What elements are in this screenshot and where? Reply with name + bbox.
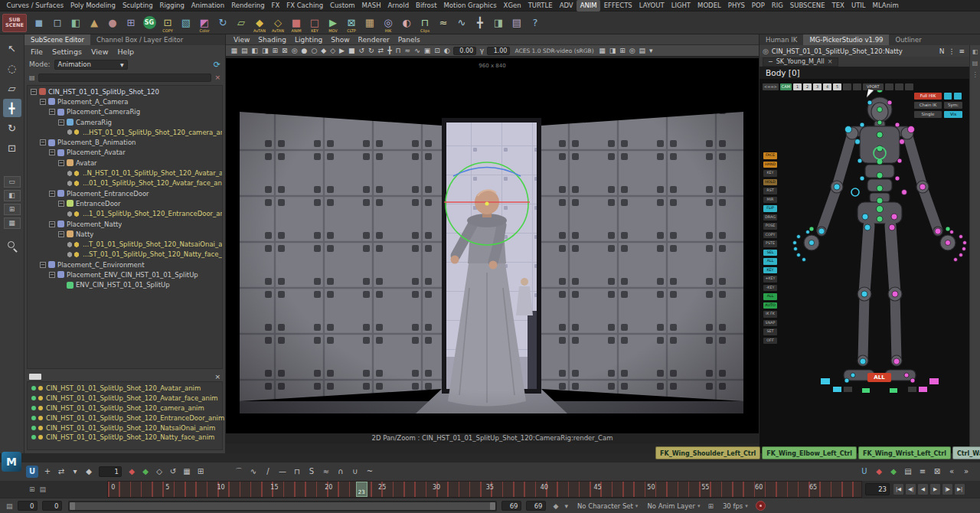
tool-icon[interactable]: ╋ xyxy=(3,99,21,117)
viewport-toolbar-icon[interactable]: ⊡ xyxy=(433,45,443,56)
menubar-item[interactable]: MLAnim xyxy=(869,0,902,11)
search-input[interactable] xyxy=(38,74,212,82)
picker-top-button[interactable]: <==> xyxy=(763,83,779,90)
viewport-menu-item[interactable]: Panels xyxy=(398,36,420,44)
picker-node[interactable] xyxy=(860,123,864,127)
shelf-icon[interactable]: ■ ANIM xyxy=(287,13,305,33)
tree-expander[interactable]: − xyxy=(40,99,46,105)
panel-toggle-icon[interactable]: ▤ xyxy=(972,60,978,67)
tree-row[interactable]: − CameraRig xyxy=(28,117,222,127)
panel-toggle-icon[interactable]: ⋮ xyxy=(972,71,978,78)
picker-node[interactable] xyxy=(897,158,902,163)
panel-menu-item[interactable]: Help xyxy=(117,47,134,56)
picker-node[interactable] xyxy=(877,216,883,222)
chain-ik-button[interactable]: Chain IK xyxy=(914,102,942,109)
viewport-toolbar-icon[interactable]: ▾ xyxy=(648,45,655,56)
viewport-toolbar-icon[interactable]: ▦ xyxy=(229,45,240,56)
list-filter-box[interactable] xyxy=(29,374,41,380)
shelf-icon[interactable]: ⊠ CLTP xyxy=(342,13,361,33)
picker-side-button[interactable]: HAND xyxy=(763,162,777,168)
menubar-item[interactable]: TURTLE xyxy=(524,0,556,11)
picker-top-button[interactable]: 2 xyxy=(803,83,812,90)
viewport-toolbar-icon[interactable]: ▶ xyxy=(338,45,347,56)
shelf-icon[interactable]: ∿ xyxy=(452,13,471,33)
viewport-toolbar-icon[interactable]: ○ xyxy=(309,45,319,56)
refresh-icon[interactable]: ⟳ xyxy=(214,60,220,70)
picker-node[interactable] xyxy=(877,107,883,113)
panel-menu-item[interactable]: View xyxy=(91,47,109,56)
menubar-item[interactable]: Arnold xyxy=(384,0,413,11)
anim-tool-icon[interactable]: ◆ xyxy=(83,466,95,478)
u-plugin-icon[interactable]: U xyxy=(26,466,38,478)
viewport-toolbar-icon[interactable]: ◧ xyxy=(250,45,260,56)
picker-top-button[interactable] xyxy=(895,83,903,90)
picker-node[interactable] xyxy=(845,126,852,133)
viewport-toolbar-icon[interactable]: ⊞ xyxy=(618,45,628,56)
tree-row[interactable]: − Avatar xyxy=(28,158,222,168)
shelf-icon[interactable]: ◩ Color xyxy=(195,13,214,33)
timeline-option-icon[interactable]: ▤ xyxy=(40,485,47,493)
menubar-item[interactable]: Sculpting xyxy=(119,0,156,11)
anim-option-icon[interactable]: ◆ xyxy=(873,466,885,478)
layout-preset-button[interactable]: ◧ xyxy=(4,190,21,201)
shelf-icon[interactable]: ▦ xyxy=(361,13,379,33)
panel-tab[interactable]: Outliner xyxy=(889,34,927,45)
anim-list-item[interactable]: CIN_HST_01_01_SplitUp_Shot_120_Avatar_fa… xyxy=(28,394,222,404)
shelf-icon[interactable]: ◻ xyxy=(48,13,67,33)
tool-icon[interactable]: ↻ xyxy=(3,119,21,137)
picker-node[interactable] xyxy=(954,258,958,262)
playback-button[interactable]: ◀ xyxy=(917,483,929,495)
anim-option-icon[interactable]: U xyxy=(858,466,871,478)
panel-tab[interactable]: SubScene Editor xyxy=(24,34,90,45)
shelf-icon[interactable]: ◼ xyxy=(30,13,48,33)
shelf-icon[interactable]: ⊡ COPY xyxy=(158,13,177,33)
tree-expander[interactable]: − xyxy=(58,160,64,166)
tree-row[interactable]: ...T_01_01_SplitUp_Shot_120_NatsaiOnai_a… xyxy=(28,239,222,249)
playback-button[interactable]: ◀| xyxy=(905,483,916,495)
vis-toggle[interactable]: Vis xyxy=(944,111,962,118)
view-transform-label[interactable]: ACES 1.0 SDR-video (sRGB) xyxy=(514,47,593,54)
playback-button[interactable]: |▶ xyxy=(942,483,953,495)
tree-row[interactable]: − Placement_A_Camera xyxy=(28,96,222,106)
picker-side-button[interactable]: POSE xyxy=(763,223,777,230)
picker-node[interactable] xyxy=(946,240,951,246)
menubar-item[interactable]: ANIM xyxy=(577,0,600,11)
panel-tab[interactable]: Human IK xyxy=(760,34,803,45)
tree-expander[interactable]: − xyxy=(49,221,55,227)
layout-preset-button[interactable]: ▭ xyxy=(4,176,21,188)
shelf-icon[interactable]: ◨ xyxy=(489,13,508,33)
auto-key-button[interactable] xyxy=(756,501,766,511)
shelf-icon[interactable]: ▱ xyxy=(232,13,250,33)
gamma-icon[interactable]: γ xyxy=(478,45,485,56)
viewport-toolbar-icon[interactable]: ▤ xyxy=(637,45,648,56)
shelf-icon[interactable]: ◎ HIK xyxy=(379,13,397,33)
picker-node[interactable] xyxy=(793,241,797,245)
picker-node[interactable] xyxy=(891,214,897,220)
tree-row[interactable]: − Natty xyxy=(28,229,222,239)
menubar-item[interactable]: Curves / Surfaces xyxy=(3,0,67,11)
anim-list-item[interactable]: CIN_HST_01_01_SplitUp_Shot_120_camera_an… xyxy=(28,404,222,413)
picker-node[interactable] xyxy=(809,227,814,231)
menubar-item[interactable]: POP xyxy=(748,0,768,11)
tree-row[interactable]: ...1_01_SplitUp_Shot_120_EntranceDoor_an… xyxy=(28,209,222,219)
picker-node[interactable] xyxy=(862,214,868,220)
picker-side-button[interactable]: KEY xyxy=(763,170,777,177)
picker-node[interactable] xyxy=(877,120,882,125)
viewport-toolbar-icon[interactable]: ▣ xyxy=(422,45,433,56)
picker-top-button[interactable] xyxy=(905,83,913,90)
shelf-icon[interactable]: ╋ xyxy=(471,13,489,33)
tree-expander[interactable]: − xyxy=(40,139,46,145)
current-time-marker[interactable]: 23 xyxy=(356,482,368,497)
anim-layer-menu[interactable]: No Anim Layer ▾ xyxy=(647,502,700,510)
anim-tool-icon[interactable]: ⇄ xyxy=(55,466,67,478)
fps-menu[interactable]: 30 fps ▾ xyxy=(723,502,748,510)
picker-node[interactable] xyxy=(809,240,815,246)
select-all-button[interactable]: ALL xyxy=(867,373,891,382)
tree-row[interactable]: ...01_01_SplitUp_Shot_120_Avatar_face_an… xyxy=(28,178,222,188)
anim-tool-icon[interactable]: ▾ xyxy=(69,466,81,478)
anim-option-icon[interactable]: ⊠ xyxy=(931,466,943,478)
shelf-icon[interactable]: ◐ xyxy=(397,13,416,33)
tree-row[interactable]: ...HST_01_01_SplitUp_Shot_120_camera_ani… xyxy=(28,127,222,137)
picker-header-icon[interactable]: N xyxy=(939,47,945,55)
sub-scene-shelf-button[interactable]: SUB SCENE xyxy=(2,14,27,32)
